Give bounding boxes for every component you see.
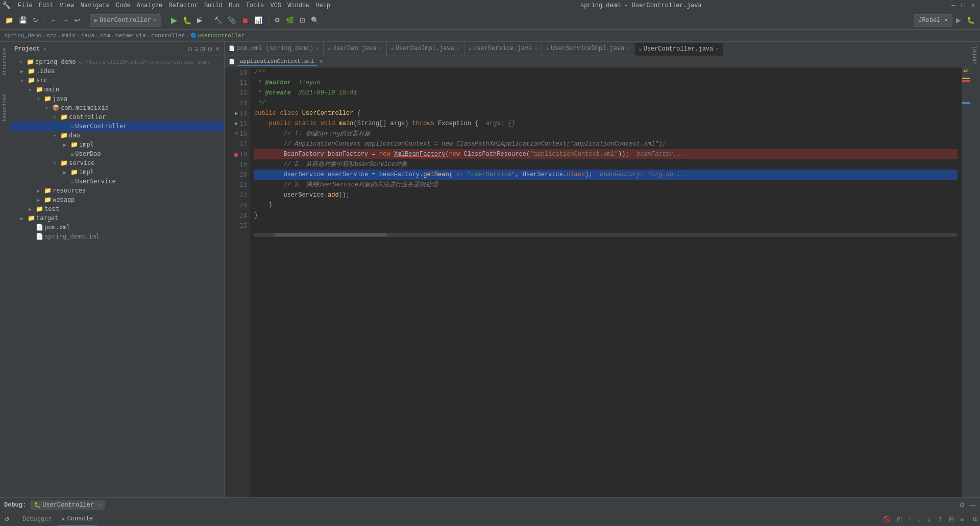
tree-item-dao[interactable]: ▾ 📁 dao (10, 131, 224, 140)
breadcrumb-file[interactable]: 🔵 UserController (190, 33, 244, 39)
menu-help[interactable]: Help (312, 1, 333, 10)
debug-expand-btn[interactable]: ⊞ (972, 514, 979, 523)
tab-userdaoimpl[interactable]: ☕ UserDaoImpl.java ✕ (387, 42, 464, 56)
console-clear-btn[interactable]: 🚫 (881, 515, 893, 524)
run-button[interactable]: ▶ (169, 14, 179, 26)
project-dropdown-arrow[interactable]: ▾ (43, 46, 46, 52)
jrebel-debug-btn[interactable]: 🐛 (965, 15, 977, 25)
debug-session-tab[interactable]: 🐛 UserController ✕ (30, 500, 105, 510)
maximize-button[interactable]: □ (959, 1, 968, 10)
tree-item-dao-impl[interactable]: ▶ 📁 impl (10, 140, 224, 149)
panel-locate-btn[interactable]: ⊙ (187, 45, 192, 53)
menu-edit[interactable]: Edit (36, 1, 57, 10)
debug-minimize-btn[interactable]: — (969, 501, 976, 509)
tree-item-com[interactable]: ▾ 📦 com.meimeixia (10, 103, 224, 112)
fold-gutter-16[interactable]: ⊟ (235, 129, 238, 139)
stop-button[interactable]: ⏹ (239, 15, 251, 26)
debug-session-close[interactable]: ✕ (98, 502, 101, 508)
minimize-button[interactable]: — (948, 1, 958, 10)
tab-userservice-close[interactable]: ✕ (534, 45, 537, 52)
tree-item-target[interactable]: ▶ 📁 target (10, 213, 224, 223)
breadcrumb-controller[interactable]: controller (151, 33, 185, 39)
menu-refactor[interactable]: Refactor (165, 1, 201, 10)
structure-tab[interactable]: Structure (1, 44, 9, 80)
panel-close-btn[interactable]: ✕ (215, 45, 220, 53)
tab-usercontroller[interactable]: ☕ UserController.java ✕ (634, 42, 723, 56)
console-scroll-start-btn[interactable]: ⤒ (936, 515, 945, 524)
close-button[interactable]: ✕ (968, 1, 978, 10)
run-gutter-15[interactable]: ▶ (235, 118, 238, 129)
toolbar-attach-btn[interactable]: 📎 (226, 15, 238, 25)
scroll-marker-current[interactable] (962, 102, 970, 104)
panel-expand-btn[interactable]: ≡ (194, 45, 198, 53)
breadcrumb-main[interactable]: main (62, 33, 76, 39)
tree-item-java[interactable]: ▾ 📁 java (10, 94, 224, 103)
console-scroll-up-btn[interactable]: ↑ (906, 515, 913, 524)
tree-item-iml[interactable]: 📄 spring_demo.iml (10, 232, 224, 241)
tab-userdao[interactable]: ☕ UserDao.java ✕ (324, 42, 386, 56)
breadcrumb-meimeixia[interactable]: meimeixia (115, 33, 145, 39)
menu-tools[interactable]: Tools (243, 1, 267, 10)
panel-collapse-btn[interactable]: ⊟ (200, 45, 205, 53)
menu-window[interactable]: Window (284, 1, 312, 10)
console-tab[interactable]: ▶ Console (58, 512, 97, 526)
breakpoint-18[interactable]: ● (234, 149, 238, 159)
tree-item-test[interactable]: ▶ 📁 test (10, 204, 224, 213)
favorites-tab[interactable]: Favorites (1, 90, 9, 126)
tab-pom-close[interactable]: ✕ (316, 45, 319, 52)
tree-item-service[interactable]: ▾ 📁 service (10, 158, 224, 168)
tree-item-root[interactable]: ▾ 📁 spring_demo C:\Users\32120\IdeaProje… (10, 57, 224, 66)
debug-settings-btn[interactable]: ⚙ (959, 501, 965, 509)
toolbar-undo-btn[interactable]: ↩ (72, 15, 82, 25)
tab-userserviceimpl[interactable]: ☕ UserServiceImpl.java ✕ (542, 42, 634, 56)
console-settings-btn[interactable]: ⊟ (947, 515, 956, 524)
debugger-tab[interactable]: Debugger (18, 512, 56, 526)
horizontal-scroll[interactable] (254, 233, 958, 237)
tree-item-usercontroller[interactable]: ☕ UserController (10, 122, 224, 131)
jrebel-side-label[interactable]: JRebel (971, 42, 979, 68)
tab-userdaoimpl-close[interactable]: ✕ (457, 45, 460, 52)
run-gutter-14[interactable]: ▶ (235, 108, 238, 118)
toolbar-refresh-btn[interactable]: ↻ (31, 15, 40, 25)
scroll-marker-2[interactable] (962, 80, 970, 82)
toolbar-back-btn[interactable]: ← (48, 15, 59, 25)
secondary-tab-xml[interactable]: applicationContext.xml (237, 57, 317, 66)
breadcrumb-project[interactable]: spring_demo (4, 33, 41, 39)
jrebel-run-btn[interactable]: ▶ (954, 15, 963, 25)
settings-btn[interactable]: ⚙ (272, 15, 282, 25)
run-coverage-btn[interactable]: ▶̃ (195, 15, 204, 25)
terminal-btn[interactable]: ⊡ (298, 15, 307, 25)
tab-userservice[interactable]: ☕ UserService.java ✕ (464, 42, 542, 56)
build-btn[interactable]: 🔨 (212, 15, 224, 25)
menu-build[interactable]: Build (201, 1, 226, 10)
secondary-tab-close[interactable]: ✕ (319, 59, 323, 64)
breadcrumb-src[interactable]: src (46, 33, 57, 39)
run-config-combo[interactable]: ▶ UserController ▾ (90, 14, 161, 27)
breadcrumb-com[interactable]: com (100, 33, 110, 39)
tab-pom[interactable]: 📄 pom.xml (spring_demo) ✕ (225, 42, 324, 56)
menu-analyze[interactable]: Analyze (134, 1, 165, 10)
tree-item-webapp[interactable]: ▶ 📁 webapp (10, 195, 224, 204)
code-editor[interactable]: /** * @author liayun * @create 2021-09-1… (250, 67, 962, 497)
menu-code[interactable]: Code (113, 1, 134, 10)
tree-item-controller[interactable]: ▾ 📁 controller (10, 112, 224, 122)
panel-settings-btn[interactable]: ⚙ (207, 45, 213, 53)
tree-item-src[interactable]: ▾ 📁 src (10, 76, 224, 85)
tab-usercontroller-close[interactable]: ✕ (716, 46, 719, 52)
tree-item-pom[interactable]: 📄 pom.xml (10, 223, 224, 232)
menu-run[interactable]: Run (226, 1, 243, 10)
console-layout-btn[interactable]: ≡ (958, 515, 966, 524)
toolbar-forward-btn[interactable]: → (60, 15, 71, 25)
jrebel-combo[interactable]: JRebel ▾ (914, 14, 952, 27)
console-scroll-down-btn[interactable]: ↓ (915, 515, 922, 524)
debug-restart-btn[interactable]: ↺ (3, 514, 11, 524)
tab-userdao-close[interactable]: ✕ (379, 45, 382, 52)
menu-navigate[interactable]: Navigate (77, 1, 113, 10)
tree-item-idea[interactable]: ▶ 📁 .idea (10, 66, 224, 76)
scroll-marker-1[interactable] (962, 78, 970, 79)
breadcrumb-java[interactable]: java (81, 33, 94, 39)
console-filter-btn[interactable]: ⊡ (895, 515, 904, 524)
coverage-report-btn[interactable]: 📊 (252, 15, 264, 25)
toolbar-open-btn[interactable]: 📁 (3, 15, 15, 25)
search-btn[interactable]: 🔍 (309, 15, 321, 25)
